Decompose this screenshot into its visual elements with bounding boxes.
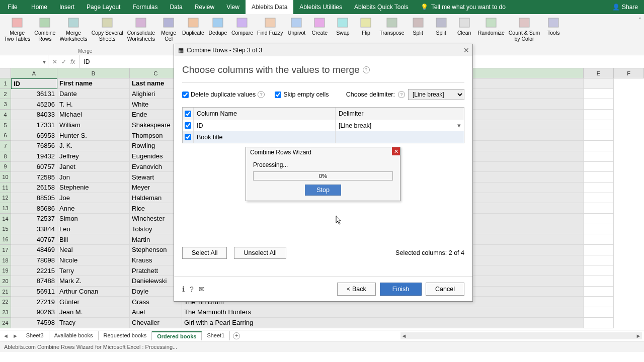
- collapse-ribbon-icon[interactable]: ˇ: [639, 17, 641, 24]
- ribbon-consolidate-button[interactable]: Consolidate Worksheets: [125, 15, 157, 43]
- ribbon-split-button[interactable]: Split: [407, 15, 430, 37]
- data-cell[interactable]: [584, 318, 614, 328]
- skip-empty-checkbox[interactable]: Skip empty cells: [275, 91, 329, 98]
- data-cell[interactable]: 85686: [11, 203, 57, 214]
- data-cell[interactable]: Girl with a Pearl Earring: [182, 318, 584, 328]
- skip-empty-input[interactable]: [275, 92, 281, 98]
- unselect-all-button[interactable]: Unselect All: [234, 247, 286, 259]
- sheet-tab-available-books[interactable]: Available books: [49, 331, 99, 340]
- close-icon[interactable]: ✕: [392, 147, 400, 155]
- ribbon-randomize-button[interactable]: Randomize: [476, 15, 507, 37]
- data-cell[interactable]: 72585: [11, 172, 57, 183]
- data-cell[interactable]: Simon: [57, 214, 130, 224]
- data-cell[interactable]: 88505: [11, 193, 57, 204]
- help-icon[interactable]: ?: [363, 66, 370, 73]
- ribbon-tab-review[interactable]: Review: [189, 0, 220, 14]
- ribbon-tab-formulas[interactable]: Formulas: [126, 0, 164, 14]
- row-header[interactable]: 17: [0, 245, 11, 255]
- row-header[interactable]: 16: [0, 234, 11, 245]
- scroll-right-icon[interactable]: ►: [635, 333, 642, 339]
- row-header[interactable]: 20: [0, 276, 11, 287]
- enter-formula-icon[interactable]: ✓: [61, 58, 66, 65]
- data-cell[interactable]: [584, 214, 614, 224]
- data-cell[interactable]: [584, 245, 614, 255]
- fx-icon[interactable]: fx: [70, 58, 75, 65]
- ribbon-merge-button[interactable]: Merge Two Tables: [2, 15, 32, 43]
- data-cell[interactable]: 48469: [11, 245, 57, 255]
- data-cell[interactable]: [584, 183, 614, 193]
- sheet-nav[interactable]: ◄ ►: [0, 333, 21, 339]
- data-cell[interactable]: Jon: [57, 172, 130, 183]
- ribbon-tab-view[interactable]: View: [220, 0, 246, 14]
- data-cell[interactable]: Jeffrey: [57, 151, 130, 162]
- help-icon[interactable]: ?: [398, 91, 405, 98]
- data-cell[interactable]: [584, 297, 614, 307]
- data-cell[interactable]: Dante: [57, 89, 130, 100]
- stop-button[interactable]: Stop: [305, 185, 341, 196]
- data-cell[interactable]: 33844: [11, 224, 57, 235]
- data-cell[interactable]: 65953: [11, 130, 57, 141]
- progress-titlebar[interactable]: Combine Rows Wizard ✕: [246, 147, 400, 157]
- row-header[interactable]: 24: [0, 318, 11, 328]
- sheet-tab-sheet3[interactable]: Sheet3: [21, 331, 49, 340]
- add-sheet-button[interactable]: +: [233, 332, 240, 339]
- header-cell[interactable]: [584, 78, 614, 89]
- data-cell[interactable]: Anne: [57, 203, 130, 214]
- delimiter-select[interactable]: [Line break]: [408, 89, 464, 100]
- row-header[interactable]: 4: [0, 110, 11, 120]
- select-all-columns-checkbox[interactable]: [185, 111, 191, 117]
- data-cell[interactable]: [584, 287, 614, 297]
- ribbon-merge-button[interactable]: Merge Cel: [157, 15, 180, 43]
- row-header[interactable]: 10: [0, 172, 11, 183]
- row-header[interactable]: 22: [0, 297, 11, 307]
- data-cell[interactable]: T. H.: [57, 99, 130, 110]
- data-cell[interactable]: 76856: [11, 141, 57, 151]
- column-header-b[interactable]: B: [57, 68, 130, 78]
- data-cell[interactable]: [584, 203, 614, 214]
- row-header[interactable]: 7: [0, 141, 11, 151]
- row-header[interactable]: 13: [0, 203, 11, 214]
- sheet-nav-next-icon[interactable]: ►: [13, 333, 18, 339]
- data-cell[interactable]: [584, 255, 614, 266]
- data-cell[interactable]: Terry: [57, 265, 130, 276]
- ribbon-copy-several-button[interactable]: Copy Several Sheets: [90, 15, 125, 43]
- data-cell[interactable]: 78098: [11, 255, 57, 266]
- data-cell[interactable]: Leo: [57, 224, 130, 235]
- row-header[interactable]: 1: [0, 78, 11, 89]
- column-header-f[interactable]: F: [614, 68, 644, 78]
- ribbon-tab-data[interactable]: Data: [164, 0, 188, 14]
- ribbon-create-button[interactable]: Create: [308, 15, 331, 37]
- ribbon-tab-home[interactable]: Home: [25, 0, 53, 14]
- ribbon-swap-button[interactable]: Swap: [331, 15, 354, 37]
- tell-me-search[interactable]: 💡 Tell me what you want to do: [415, 0, 606, 14]
- data-cell[interactable]: [584, 162, 614, 172]
- back-button[interactable]: < Back: [337, 283, 376, 296]
- data-cell[interactable]: [584, 151, 614, 162]
- data-cell[interactable]: [584, 276, 614, 287]
- column-checkbox[interactable]: [185, 134, 191, 140]
- sheet-nav-prev-icon[interactable]: ◄: [3, 333, 9, 339]
- data-cell[interactable]: 19432: [11, 151, 57, 162]
- share-button[interactable]: 👤 Share: [606, 0, 644, 14]
- data-cell[interactable]: [584, 141, 614, 151]
- sheet-tab-ordered-books[interactable]: Ordered books: [152, 331, 202, 340]
- row-header[interactable]: 5: [0, 120, 11, 131]
- data-cell[interactable]: Hunter S.: [57, 130, 130, 141]
- data-cell[interactable]: Nicole: [57, 255, 130, 266]
- data-cell[interactable]: [584, 120, 614, 131]
- ribbon-tools-button[interactable]: Tools: [542, 15, 565, 37]
- data-cell[interactable]: 40767: [11, 234, 57, 245]
- select-all-button[interactable]: Select All: [182, 247, 227, 259]
- data-cell[interactable]: 74598: [11, 318, 57, 328]
- data-cell[interactable]: [584, 234, 614, 245]
- row-header[interactable]: 6: [0, 130, 11, 141]
- close-icon[interactable]: ✕: [463, 46, 469, 54]
- data-cell[interactable]: William: [57, 120, 130, 131]
- ribbon-combine-button[interactable]: Combine Rows: [32, 15, 57, 43]
- data-cell[interactable]: [584, 172, 614, 183]
- scroll-left-icon[interactable]: ◄: [400, 333, 408, 339]
- data-cell[interactable]: Günter: [57, 297, 130, 307]
- data-cell[interactable]: Janet: [57, 162, 130, 172]
- ribbon-transpose-button[interactable]: Transpose: [377, 15, 406, 37]
- data-cell[interactable]: Auel: [130, 307, 182, 318]
